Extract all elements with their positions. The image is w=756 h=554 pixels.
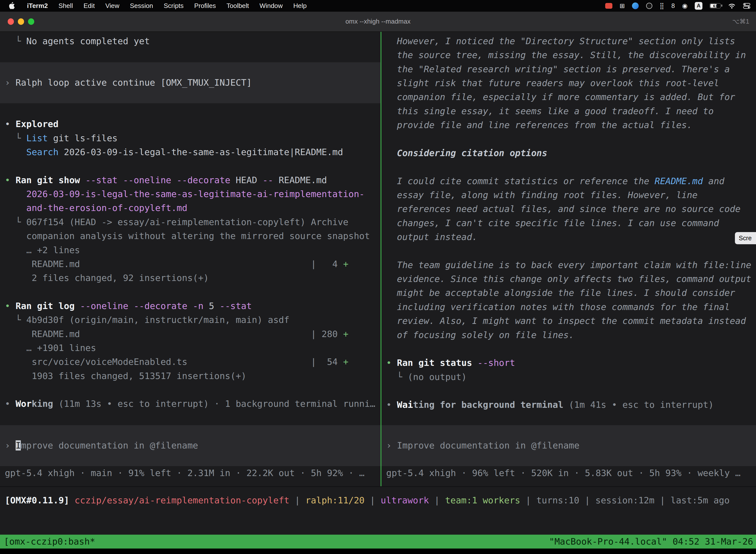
terminal-line: README.md | 280 + bbox=[0, 327, 380, 341]
close-button[interactable] bbox=[8, 18, 14, 24]
terminal-line bbox=[0, 159, 380, 173]
apple-menu-icon[interactable] bbox=[6, 2, 21, 10]
terminal-line: └ List git ls-files bbox=[0, 131, 380, 145]
terminal-line: src/voice/voiceModeEnabled.ts | 54 + bbox=[0, 355, 380, 369]
terminal-line: • Working (11m 13s • esc to interrupt) ·… bbox=[0, 397, 380, 411]
macos-menu-bar: iTerm2 Shell Edit View Session Scripts P… bbox=[0, 0, 756, 12]
terminal-line: including verification notes with those … bbox=[381, 300, 756, 314]
terminal-line bbox=[381, 342, 756, 356]
omx-status-bar: [OMX#0.11.9] cczip/essay/ai-reimplementa… bbox=[0, 486, 756, 535]
terminal-line: However, I noticed the "Directory Struct… bbox=[381, 34, 756, 48]
terminal-line: the source tree, missing the essay. Stil… bbox=[381, 48, 756, 62]
terminal-line bbox=[0, 383, 380, 397]
tmux-status-bar: [omx-cczip0:bash* "MacBook-Pro-44.local"… bbox=[0, 535, 756, 549]
input-line: › Improve documentation in @filename bbox=[381, 439, 756, 452]
screen: iTerm2 Shell Edit View Session Scripts P… bbox=[0, 0, 756, 554]
menu-items: iTerm2 Shell Edit View Session Scripts P… bbox=[6, 2, 312, 10]
wifi-icon[interactable] bbox=[728, 3, 736, 9]
window-shortcut-badge: ⌥⌘1 bbox=[732, 18, 749, 25]
pane-left-spacer bbox=[0, 411, 380, 425]
bottom-strip bbox=[0, 549, 756, 554]
tmux-session-info[interactable]: [omx-cczip0:bash* bbox=[4, 535, 95, 549]
terminal-line bbox=[381, 384, 756, 398]
terminal-line: └ 4b9d30f (origin/main, instructkr/main,… bbox=[0, 313, 380, 327]
terminal-line bbox=[381, 132, 756, 146]
menu-shell[interactable]: Shell bbox=[53, 2, 78, 10]
text-cursor: I bbox=[16, 440, 21, 450]
terminal-line: • Ran git status --short bbox=[381, 356, 756, 370]
menu-scripts[interactable]: Scripts bbox=[159, 2, 189, 10]
menu-help[interactable]: Help bbox=[288, 2, 312, 10]
terminal-line: I could cite commit statistics or refere… bbox=[381, 174, 756, 188]
terminal-line: and-the-erosion-of-copyleft.md bbox=[0, 201, 380, 215]
control-center-icon[interactable] bbox=[743, 3, 750, 9]
pane-right-output: However, I noticed the "Directory Struct… bbox=[381, 34, 756, 412]
menu-toolbelt[interactable]: Toolbelt bbox=[221, 2, 254, 10]
terminal-line: … +2 lines bbox=[0, 243, 380, 257]
pane-right-spacer bbox=[381, 412, 756, 425]
traffic-lights bbox=[8, 12, 34, 32]
menu-profiles[interactable]: Profiles bbox=[189, 2, 221, 10]
terminal-content: └ No agents completed yet› Ralph loop ac… bbox=[0, 32, 756, 486]
terminal-line: the "Related research writing" section i… bbox=[381, 62, 756, 76]
screen-recording-icon[interactable] bbox=[605, 3, 612, 9]
menu-window[interactable]: Window bbox=[254, 2, 288, 10]
terminal-line: 2 files changed, 92 insertions(+) bbox=[0, 271, 380, 285]
model-status-left: gpt-5.4 xhigh · main · 91% left · 2.31M … bbox=[0, 466, 380, 480]
app-launcher-icon[interactable]: ⣿ bbox=[659, 3, 664, 9]
menu-app-name[interactable]: iTerm2 bbox=[21, 2, 53, 10]
terminal-line: … +1901 lines bbox=[0, 341, 380, 355]
grid-icon[interactable]: ⊞ bbox=[620, 3, 625, 9]
tmux-pane-left: └ No agents completed yet› Ralph loop ac… bbox=[0, 32, 380, 486]
zoom-button[interactable] bbox=[28, 18, 34, 24]
battery-percent: 61 bbox=[710, 3, 720, 8]
terminal-line bbox=[0, 48, 380, 62]
menu-session[interactable]: Session bbox=[125, 2, 158, 10]
prompt-input-left[interactable]: › Improve documentation in @filename bbox=[0, 425, 380, 466]
terminal-line: slight risk that future readers may over… bbox=[381, 76, 756, 90]
keyboard-badge-icon[interactable]: 8 bbox=[672, 3, 675, 9]
screen-share-button[interactable]: Scre bbox=[735, 232, 756, 244]
terminal-line: output instead. bbox=[381, 230, 756, 244]
terminal-line bbox=[0, 285, 380, 299]
menu-bar-status-icons: ⊞ ⣿ 8 ◉ A 61 bbox=[605, 2, 750, 10]
status-dot-icon[interactable]: ◉ bbox=[682, 3, 688, 9]
model-status-right: gpt-5.4 xhigh · 96% left · 520K in · 5.8… bbox=[381, 466, 756, 480]
disc-icon[interactable] bbox=[646, 3, 652, 9]
terminal-line bbox=[381, 244, 756, 258]
tmux-host-time: "MacBook-Pro-44.local" 04:52 31-Mar-26 bbox=[549, 535, 753, 549]
prompt-input-right[interactable]: › Improve documentation in @filename bbox=[381, 425, 756, 466]
input-source-icon[interactable]: A bbox=[695, 2, 702, 10]
pane-left-output: └ No agents completed yet› Ralph loop ac… bbox=[0, 34, 380, 411]
notice-box: › Ralph loop active continue [OMX_TMUX_I… bbox=[0, 62, 380, 103]
terminal-line bbox=[0, 103, 380, 117]
terminal-line: might be acceptable alongside the file l… bbox=[381, 286, 756, 300]
window-title: omx --xhigh --madmax bbox=[345, 18, 411, 25]
terminal-line: 2026-03-09-is-legal-the-same-as-legitima… bbox=[0, 187, 380, 201]
terminal-line: • Ran git log --oneline --decorate -n 5 … bbox=[0, 299, 380, 313]
input-placeholder: Improve documentation in @filename bbox=[397, 440, 579, 450]
terminal-line: 1903 files changed, 513517 insertions(+) bbox=[0, 369, 380, 383]
minimize-button[interactable] bbox=[18, 18, 24, 24]
terminal-line: • Ran git show --stat --oneline --decora… bbox=[0, 173, 380, 187]
terminal-line: review. Also, I might want to inspect th… bbox=[381, 314, 756, 328]
terminal-line: └ (no output) bbox=[381, 370, 756, 384]
terminal-line: • Explored bbox=[0, 117, 380, 131]
terminal-line: references need actual files, and since … bbox=[381, 202, 756, 216]
prompt-chevron: › bbox=[386, 440, 397, 450]
window-title-bar[interactable]: omx --xhigh --madmax ⌥⌘1 bbox=[0, 12, 756, 32]
terminal-line: └ 067f154 (HEAD -> essay/ai-reimplementa… bbox=[0, 215, 380, 229]
terminal-line: companion analysis without altering the … bbox=[0, 229, 380, 243]
menu-view[interactable]: View bbox=[100, 2, 125, 10]
battery-icon[interactable]: 61 bbox=[710, 3, 721, 8]
terminal-line: of focusing solely on file lines. bbox=[381, 328, 756, 342]
terminal-line: • Waiting for background terminal (1m 41… bbox=[381, 398, 756, 412]
tmux-pane-right: However, I noticed the "Directory Struct… bbox=[381, 32, 756, 486]
terminal-line: Considering citation options bbox=[381, 146, 756, 160]
compass-icon[interactable] bbox=[632, 2, 639, 9]
prompt-chevron: › bbox=[5, 440, 15, 450]
terminal-line: companion file, especially if more comme… bbox=[381, 90, 756, 104]
terminal-line: evidence. Since this change only affects… bbox=[381, 272, 756, 286]
menu-edit[interactable]: Edit bbox=[78, 2, 100, 10]
terminal-line: The team guideline is to back every impo… bbox=[381, 258, 756, 272]
